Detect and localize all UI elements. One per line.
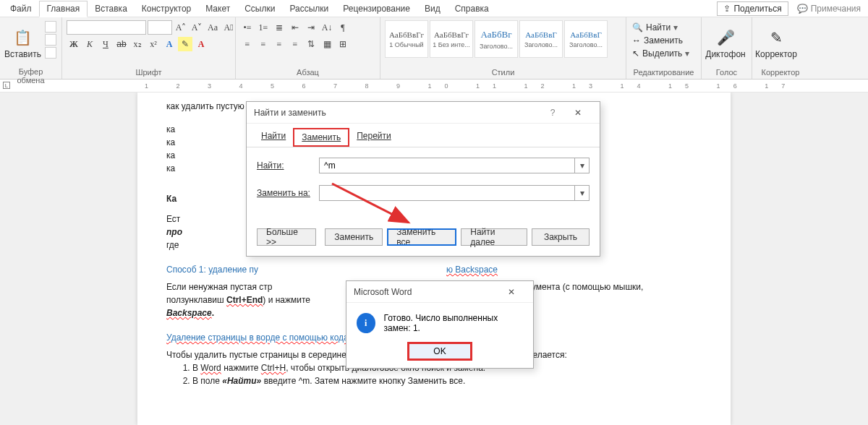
underline-button[interactable]: Ч — [98, 37, 113, 51]
indent-button[interactable]: ⇥ — [304, 20, 318, 35]
comment-icon: 💬 — [797, 4, 808, 14]
help-icon[interactable]: ? — [542, 108, 563, 118]
close-dialog-button[interactable]: Закрыть — [532, 228, 590, 246]
cut-button[interactable] — [45, 21, 56, 33]
find-replace-dialog: Найти и заменить ? ✕ Найти Заменить Пере… — [246, 101, 600, 257]
outdent-button[interactable]: ⇤ — [288, 20, 302, 35]
chevron-down-icon[interactable]: ▾ — [574, 158, 589, 173]
chevron-down-icon[interactable]: ▾ — [574, 186, 589, 200]
menu-bar: Файл Главная Вставка Конструктор Макет С… — [0, 0, 868, 17]
messagebox-title: Microsoft Word — [354, 287, 412, 297]
more-button[interactable]: Больше >> — [257, 228, 316, 246]
format-painter-button[interactable] — [45, 47, 56, 59]
group-styles-label: Стили — [385, 67, 621, 77]
shading-button[interactable]: ▦ — [320, 37, 334, 51]
microphone-icon: 🎤 — [715, 27, 736, 48]
find-button[interactable]: 🔍Найти▾ — [631, 22, 691, 33]
menu-review[interactable]: Рецензирование — [336, 1, 417, 16]
info-icon: i — [357, 313, 375, 333]
list-item: В поле «Найти» введите ^m. Затем нажмите… — [192, 374, 702, 387]
select-button[interactable]: ↖Выделить▾ — [631, 48, 691, 59]
bullets-button[interactable]: •≡ — [240, 20, 255, 35]
ruler-corner: L — [3, 82, 10, 89]
show-marks-button[interactable]: ¶ — [336, 20, 350, 35]
dialog-titlebar[interactable]: Найти и заменить ? ✕ — [247, 102, 600, 124]
tab-find[interactable]: Найти — [254, 128, 293, 147]
messagebox-titlebar[interactable]: Microsoft Word ✕ — [346, 281, 533, 303]
superscript-button[interactable]: x² — [146, 37, 161, 51]
style-no-spacing[interactable]: АаБбВвГг1 Без инте... — [430, 20, 473, 58]
copy-button[interactable] — [45, 34, 56, 46]
paste-button[interactable]: 📋Вставить — [4, 20, 41, 66]
tab-goto[interactable]: Перейти — [349, 128, 399, 147]
find-input[interactable]: ^m▾ — [319, 158, 590, 173]
group-font-label: Шрифт — [67, 67, 231, 77]
menu-constructor[interactable]: Конструктор — [135, 1, 198, 16]
replace-one-button[interactable]: Заменить — [325, 228, 383, 246]
replace-button[interactable]: ↔Заменить — [631, 35, 691, 46]
italic-button[interactable]: К — [82, 37, 97, 51]
font-name-combo[interactable] — [67, 20, 146, 35]
replace-all-button[interactable]: Заменить все — [387, 228, 456, 246]
group-editing-label: Редактирование — [631, 67, 697, 77]
replace-label: Заменить на: — [257, 188, 319, 198]
replace-input[interactable]: ▾ — [319, 185, 590, 201]
close-button[interactable]: ✕ — [497, 287, 526, 297]
style-normal[interactable]: АаБбВвГг1 Обычный — [385, 20, 428, 58]
numbering-button[interactable]: 1≡ — [256, 20, 271, 35]
subscript-button[interactable]: x₂ — [130, 37, 145, 51]
line-spacing-button[interactable]: ⇅ — [304, 37, 318, 51]
change-case-button[interactable]: Aa — [205, 20, 220, 35]
styles-gallery[interactable]: АаБбВвГг1 Обычный АаБбВвГг1 Без инте... … — [385, 20, 608, 58]
strike-button[interactable]: ab — [114, 37, 129, 51]
text-effects-button[interactable]: A — [162, 37, 176, 51]
menu-help[interactable]: Справка — [448, 1, 496, 16]
menu-insert[interactable]: Вставка — [88, 1, 135, 16]
style-heading3[interactable]: АаБбВвГЗаголово... — [564, 20, 608, 58]
shrink-font-button[interactable]: A˅ — [190, 20, 204, 35]
style-heading2[interactable]: АаБбВвГЗаголово... — [519, 20, 563, 58]
bold-button[interactable]: Ж — [67, 37, 81, 51]
style-heading1[interactable]: АаБбВгЗаголово... — [475, 20, 518, 58]
menu-layout[interactable]: Макет — [198, 1, 237, 16]
highlight-button[interactable]: ✎ — [178, 37, 192, 51]
comments-button[interactable]: 💬Примечания — [793, 2, 865, 15]
menu-view[interactable]: Вид — [417, 1, 448, 16]
font-size-combo[interactable] — [148, 20, 172, 35]
dictate-button[interactable]: 🎤Диктофон — [706, 20, 745, 66]
group-voice-label: Голос — [706, 67, 747, 77]
pen-icon: ✎ — [766, 27, 786, 48]
borders-button[interactable]: ⊞ — [336, 37, 350, 51]
corrector-button[interactable]: ✎Корректор — [757, 20, 796, 66]
sort-button[interactable]: A↓ — [320, 20, 334, 35]
grow-font-button[interactable]: A˄ — [174, 20, 188, 35]
clipboard-icon: 📋 — [13, 27, 33, 48]
ribbon: 📋Вставить Буфер обмена A˄ A˅ Aa A⃠ Ж К Ч… — [0, 17, 868, 80]
menu-home[interactable]: Главная — [39, 1, 88, 17]
horizontal-ruler[interactable]: 1 2 3 4 5 6 7 8 9 10 11 12 13 14 15 16 1… — [0, 80, 868, 93]
messagebox: Microsoft Word ✕ i Готово. Число выполне… — [346, 280, 534, 369]
menu-links[interactable]: Ссылки — [237, 1, 282, 16]
find-next-button[interactable]: Найти далее — [461, 228, 527, 246]
group-corrector-label: Корректор — [757, 67, 804, 77]
share-icon: ⇪ — [723, 4, 731, 14]
menu-mailings[interactable]: Рассылки — [282, 1, 336, 16]
share-button[interactable]: ⇪Поделиться — [717, 1, 788, 16]
justify-button[interactable]: ≡ — [288, 37, 302, 51]
align-right-button[interactable]: ≡ — [272, 37, 286, 51]
ok-button[interactable]: OK — [409, 343, 471, 359]
align-left-button[interactable]: ≡ — [240, 37, 255, 51]
dialog-title: Найти и заменить — [254, 108, 326, 118]
replace-icon: ↔ — [632, 35, 641, 46]
clear-format-button[interactable]: A⃠ — [221, 20, 236, 35]
messagebox-text: Готово. Число выполненных замен: 1. — [384, 313, 524, 333]
close-button[interactable]: ✕ — [563, 108, 592, 118]
align-center-button[interactable]: ≡ — [256, 37, 271, 51]
multilevel-button[interactable]: ≣ — [272, 20, 286, 35]
tab-replace[interactable]: Заменить — [293, 128, 349, 147]
font-color-button[interactable]: A — [194, 37, 208, 51]
menu-file[interactable]: Файл — [3, 1, 39, 16]
group-paragraph-label: Абзац — [240, 67, 375, 77]
doc-heading: Способ 1: удаление пую Backspace — [166, 260, 702, 278]
find-label: Найти: — [257, 160, 319, 171]
